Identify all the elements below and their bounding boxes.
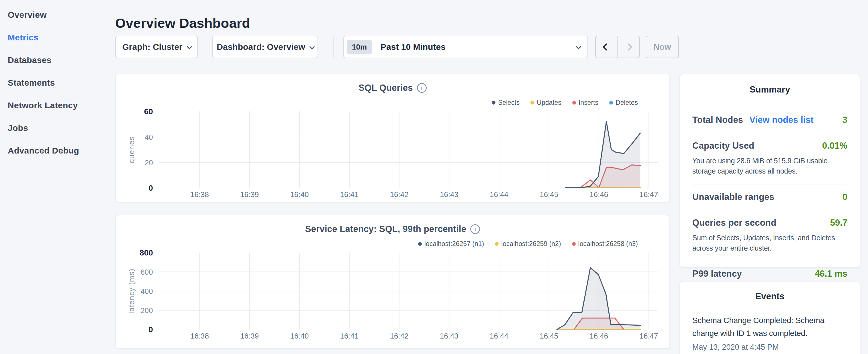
view-nodes-list-link[interactable]: View nodes list [749, 115, 813, 125]
svg-text:16:40: 16:40 [290, 332, 309, 340]
svg-text:latency (ms): latency (ms) [127, 268, 135, 314]
time-step-buttons [595, 36, 640, 58]
sql-queries-chart-card: SQL Queries i SelectsUpdatesInsertsDelet… [115, 74, 670, 202]
dashboard-label: Dashboard: Overview [217, 42, 305, 52]
event-timestamp: May 13, 2020 at 4:45 PM [692, 343, 847, 352]
svg-text:16:46: 16:46 [589, 332, 608, 340]
svg-text:16:41: 16:41 [340, 190, 359, 198]
summary-row-label: Queries per second [692, 218, 776, 228]
svg-text:queries: queries [127, 136, 135, 163]
summary-title: Summary [692, 85, 847, 95]
sidebar-item-metrics[interactable]: Metrics [0, 26, 115, 49]
controls-divider [333, 36, 334, 58]
chevron-down-icon [187, 44, 192, 49]
graph-scope-label: Graph: Cluster [122, 42, 182, 52]
sidebar: Overview Metrics Databases Statements Ne… [0, 0, 115, 354]
admin-ui-page: Overview Metrics Databases Statements Ne… [0, 0, 868, 354]
event-text: Schema Change Completed: Schema change w… [692, 314, 830, 340]
time-range-label: Past 10 Minutes [380, 42, 576, 52]
svg-text:16:42: 16:42 [390, 190, 409, 198]
svg-text:600: 600 [141, 268, 153, 276]
summary-row-label: Total Nodes [692, 115, 743, 125]
chevron-down-icon [309, 44, 314, 49]
summary-row-description: You are using 28.6 MiB of 515.9 GiB usab… [692, 156, 847, 176]
svg-text:16:47: 16:47 [639, 190, 658, 198]
summary-row-description: Sum of Selects, Updates, Inserts, and De… [692, 232, 847, 254]
summary-row-total-nodes: Total Nodes View nodes list 3 [692, 107, 847, 133]
sidebar-item-statements[interactable]: Statements [0, 71, 115, 94]
chevron-right-icon [625, 43, 632, 51]
svg-text:16:39: 16:39 [240, 332, 259, 340]
sql-queries-plot: 16:3816:3916:4016:4116:4216:4316:4416:45… [116, 74, 670, 202]
svg-text:20: 20 [145, 159, 153, 167]
sidebar-item-overview[interactable]: Overview [0, 3, 115, 26]
events-title: Events [692, 291, 847, 301]
svg-text:16:44: 16:44 [490, 190, 508, 198]
event-list-item[interactable]: Schema Change Completed: Schema change w… [692, 314, 847, 352]
events-panel: Events Schema Change Completed: Schema c… [679, 281, 860, 354]
page-title: Overview Dashboard [115, 15, 250, 31]
summary-row-queries-per-second: Queries per second 59.7 Sum of Selects, … [692, 210, 847, 261]
dashboard-dropdown[interactable]: Dashboard: Overview [212, 36, 318, 58]
summary-row-value: 0.01% [822, 141, 847, 151]
service-latency-plot: 16:3816:3916:4016:4116:4216:4316:4416:45… [116, 215, 670, 348]
svg-text:800: 800 [140, 248, 153, 257]
svg-text:16:43: 16:43 [440, 190, 459, 198]
summary-row-value: 3 [842, 115, 847, 125]
svg-text:60: 60 [144, 107, 153, 116]
svg-text:16:38: 16:38 [190, 332, 209, 340]
svg-text:16:46: 16:46 [589, 190, 608, 198]
summary-panel: Summary Total Nodes View nodes list 3 Ca… [679, 74, 860, 268]
chevron-down-icon [576, 44, 581, 49]
time-step-forward-button[interactable] [618, 36, 639, 58]
svg-text:16:42: 16:42 [390, 332, 409, 340]
svg-text:16:40: 16:40 [290, 190, 309, 198]
svg-text:16:45: 16:45 [539, 332, 558, 340]
summary-row-label: Capacity Used [692, 141, 754, 151]
sidebar-item-databases[interactable]: Databases [0, 49, 115, 71]
time-step-back-button[interactable] [596, 36, 618, 58]
time-range-selector[interactable]: 10m Past 10 Minutes [343, 36, 588, 58]
svg-text:400: 400 [141, 287, 153, 295]
summary-row-capacity-used: Capacity Used 0.01% You are using 28.6 M… [692, 133, 847, 184]
svg-text:16:44: 16:44 [490, 332, 508, 340]
summary-row-value: 46.1 ms [815, 269, 847, 279]
svg-text:16:41: 16:41 [340, 332, 359, 340]
sidebar-item-network-latency[interactable]: Network Latency [0, 94, 115, 117]
graph-scope-dropdown[interactable]: Graph: Cluster [115, 36, 198, 58]
svg-text:40: 40 [145, 133, 153, 141]
summary-row-label: P99 latency [692, 269, 742, 279]
chevron-left-icon [602, 43, 610, 51]
sidebar-item-advanced-debug[interactable]: Advanced Debug [0, 139, 115, 162]
summary-row-unavailable-ranges: Unavailable ranges 0 [692, 184, 847, 210]
svg-text:16:45: 16:45 [539, 190, 558, 198]
summary-row-value: 59.7 [830, 218, 847, 228]
summary-row-value: 0 [842, 192, 847, 202]
svg-text:16:47: 16:47 [639, 332, 658, 340]
svg-text:16:43: 16:43 [440, 332, 459, 340]
service-latency-chart-card: Service Latency: SQL, 99th percentile i … [115, 215, 670, 349]
summary-row-label: Unavailable ranges [692, 192, 774, 202]
now-button[interactable]: Now [646, 36, 679, 58]
svg-text:0: 0 [149, 184, 153, 192]
time-range-badge: 10m [347, 40, 372, 55]
svg-text:200: 200 [141, 307, 153, 315]
sidebar-item-jobs[interactable]: Jobs [0, 117, 115, 139]
svg-text:16:38: 16:38 [190, 190, 209, 198]
svg-text:0: 0 [149, 325, 153, 334]
svg-text:16:39: 16:39 [240, 190, 259, 198]
